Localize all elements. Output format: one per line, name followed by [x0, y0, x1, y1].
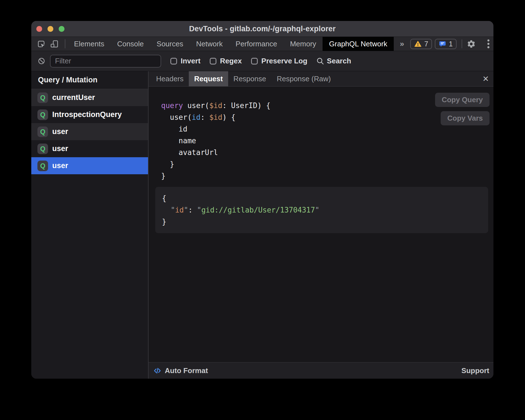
- panel-tab-request[interactable]: Request: [189, 71, 228, 86]
- panel-tab-headers[interactable]: Headers: [151, 71, 189, 86]
- checkbox-box-regex[interactable]: [210, 58, 216, 65]
- code-line: }: [161, 170, 493, 182]
- code-line: name: [161, 135, 493, 147]
- devtools-window: DevTools - gitlab.com/-/graphql-explorer…: [31, 21, 493, 379]
- warning-count: 7: [424, 40, 428, 48]
- request-detail-panel: HeadersRequestResponseResponse (Raw) ✕ q…: [149, 71, 493, 379]
- minimize-window-button[interactable]: [47, 26, 53, 32]
- main-area: Query / Mutation QcurrentUserQIntrospect…: [31, 71, 493, 379]
- filter-checkboxes: InvertRegexPreserve Log: [161, 57, 307, 65]
- desktop-background: DevTools - gitlab.com/-/graphql-explorer…: [0, 0, 525, 420]
- sidebar-item-user[interactable]: Quser: [31, 157, 148, 174]
- warning-icon: [414, 40, 422, 48]
- filter-bar: InvertRegexPreserve Log Search: [31, 51, 493, 71]
- sidebar-empty-area: [31, 174, 148, 379]
- devtools-tab-sources[interactable]: Sources: [150, 37, 190, 51]
- message-count: 1: [449, 40, 453, 48]
- checkbox-box-preserve-log[interactable]: [251, 58, 258, 65]
- checkbox-regex[interactable]: Regex: [210, 57, 242, 65]
- filter-input[interactable]: [50, 55, 161, 68]
- query-variables-box: { "id": "gid://gitlab/User/13704317"}: [155, 187, 488, 233]
- code-line: }: [161, 158, 493, 170]
- request-panel-tabs: HeadersRequestResponseResponse (Raw): [151, 71, 336, 86]
- code-line: "id": "gid://gitlab/User/13704317": [162, 204, 481, 216]
- auto-format-button[interactable]: Auto Format: [153, 366, 208, 375]
- copy-buttons-group: Copy Query Copy Vars: [435, 93, 490, 125]
- panel-footer: Auto Format Support: [149, 362, 493, 379]
- window-title: DevTools - gitlab.com/-/graphql-explorer: [31, 25, 493, 33]
- code-line: }: [162, 216, 481, 228]
- query-type-badge: Q: [37, 161, 48, 171]
- copy-vars-button[interactable]: Copy Vars: [441, 111, 490, 125]
- sidebar-item-currentuser[interactable]: QcurrentUser: [31, 89, 148, 106]
- inspect-element-icon[interactable]: [37, 40, 46, 48]
- code-format-icon: [153, 366, 162, 375]
- checkbox-label-preserve-log: Preserve Log: [261, 57, 307, 65]
- support-link[interactable]: Support: [461, 366, 489, 375]
- panel-tab-response-raw[interactable]: Response (Raw): [271, 71, 336, 86]
- close-panel-icon[interactable]: ✕: [483, 71, 489, 86]
- code-line: avatarUrl: [161, 147, 493, 158]
- request-panel-tab-bar: HeadersRequestResponseResponse (Raw) ✕: [149, 71, 493, 87]
- copy-query-button[interactable]: Copy Query: [435, 93, 490, 107]
- auto-format-label: Auto Format: [165, 366, 208, 375]
- close-window-button[interactable]: [36, 26, 42, 32]
- code-line: {: [162, 192, 481, 204]
- search-button[interactable]: Search: [316, 57, 351, 65]
- search-icon: [316, 57, 324, 65]
- warnings-badge[interactable]: 7: [410, 39, 432, 49]
- toolbar-divider: [65, 39, 65, 48]
- query-mutation-sidebar: Query / Mutation QcurrentUserQIntrospect…: [31, 71, 149, 379]
- checkbox-label-invert: Invert: [181, 57, 201, 65]
- message-bubble-icon: [439, 40, 446, 48]
- panel-tab-response[interactable]: Response: [228, 71, 271, 86]
- more-options-kebab-icon[interactable]: [487, 39, 490, 49]
- query-type-badge: Q: [37, 127, 48, 137]
- query-list: QcurrentUserQIntrospectionQueryQuserQuse…: [31, 89, 148, 174]
- sidebar-item-label: user: [52, 144, 68, 153]
- checkbox-invert[interactable]: Invert: [170, 57, 201, 65]
- zoom-window-button[interactable]: [59, 26, 65, 32]
- search-label: Search: [327, 57, 351, 65]
- sidebar-item-introspectionquery[interactable]: QIntrospectionQuery: [31, 106, 148, 123]
- query-type-badge: Q: [37, 92, 48, 103]
- sidebar-item-user[interactable]: Quser: [31, 123, 148, 140]
- sidebar-item-label: IntrospectionQuery: [52, 110, 122, 119]
- more-tabs-button[interactable]: »: [394, 39, 411, 48]
- query-type-badge: Q: [37, 109, 48, 120]
- request-content: query user($id: UserID) { user(id: $id) …: [149, 87, 493, 362]
- checkbox-box-invert[interactable]: [170, 58, 177, 65]
- clear-filter-ban-icon[interactable]: [38, 57, 45, 65]
- messages-badge[interactable]: 1: [435, 39, 457, 49]
- settings-gear-icon[interactable]: [467, 39, 476, 49]
- toolbar-divider: [462, 39, 462, 48]
- devtools-tab-graphql-network[interactable]: GraphQL Network: [323, 37, 394, 51]
- device-toolbar-icon[interactable]: [50, 40, 59, 48]
- checkbox-preserve-log[interactable]: Preserve Log: [251, 57, 307, 65]
- devtools-tab-bar: ElementsConsoleSourcesNetworkPerformance…: [68, 37, 394, 51]
- query-type-badge: Q: [37, 144, 48, 154]
- devtools-tab-elements[interactable]: Elements: [68, 37, 111, 51]
- devtools-tab-console[interactable]: Console: [111, 37, 150, 51]
- sidebar-item-label: currentUser: [52, 93, 95, 102]
- devtools-tab-memory[interactable]: Memory: [283, 37, 323, 51]
- window-titlebar: DevTools - gitlab.com/-/graphql-explorer: [31, 21, 493, 37]
- traffic-lights: [36, 21, 65, 37]
- checkbox-label-regex: Regex: [220, 57, 242, 65]
- devtools-tab-performance[interactable]: Performance: [229, 37, 284, 51]
- sidebar-header: Query / Mutation: [31, 71, 148, 89]
- sidebar-item-user[interactable]: Quser: [31, 140, 148, 157]
- sidebar-item-label: user: [52, 161, 68, 170]
- devtools-toolbar: ElementsConsoleSourcesNetworkPerformance…: [31, 37, 493, 51]
- sidebar-item-label: user: [52, 127, 68, 136]
- devtools-tab-network[interactable]: Network: [190, 37, 229, 51]
